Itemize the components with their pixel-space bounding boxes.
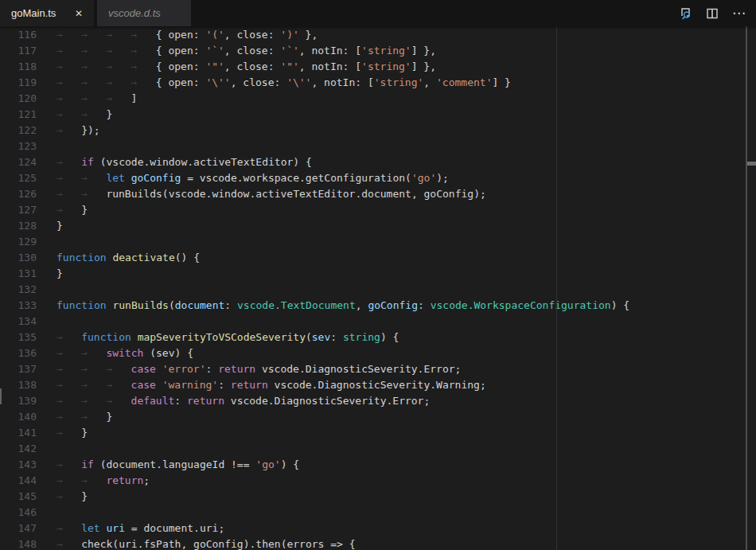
line-number[interactable]: 140 <box>0 409 37 425</box>
code-line[interactable]: 142 <box>0 441 756 457</box>
more-actions-icon[interactable]: ⋯ <box>732 10 746 18</box>
line-number[interactable]: 122 <box>0 123 37 138</box>
line-number[interactable]: 128 <box>0 218 37 234</box>
code-line[interactable]: 146 <box>0 505 756 521</box>
code-line[interactable]: 141→} <box>0 425 756 441</box>
code-line[interactable]: 143→if (document.languageId !== 'go') { <box>0 457 756 473</box>
code-line[interactable]: 138→→→case 'warning': return vscode.Diag… <box>0 377 756 393</box>
line-number[interactable]: 116 <box>0 27 37 43</box>
token-string: '(' <box>205 29 224 41</box>
line-number[interactable]: 135 <box>0 330 37 345</box>
line-number[interactable]: 137 <box>0 361 37 377</box>
token-plain <box>156 363 162 375</box>
code-line[interactable]: 127→} <box>0 202 756 218</box>
code-line[interactable]: 122→}); <box>0 123 756 138</box>
code-line[interactable]: 120→→→] <box>0 91 756 107</box>
line-number[interactable]: 147 <box>0 521 37 536</box>
code-line[interactable]: 124→if (vscode.window.activeTextEditor) … <box>0 154 756 170</box>
line-number[interactable]: 117 <box>0 43 37 59</box>
code-line[interactable]: 133function runBuilds(document: vscode.T… <box>0 298 756 314</box>
code-line[interactable]: 131} <box>0 266 756 282</box>
token-plain: } <box>57 267 63 279</box>
token-plain: , close: <box>224 29 280 41</box>
line-number[interactable]: 139 <box>0 393 37 409</box>
line-number[interactable]: 120 <box>0 91 37 107</box>
code-line[interactable]: 147→let uri = document.uri; <box>0 521 756 536</box>
line-number[interactable]: 142 <box>0 441 37 457</box>
token-plain: , <box>356 299 368 311</box>
token-keyword: if <box>81 458 94 470</box>
line-number[interactable]: 146 <box>0 505 37 521</box>
code-line[interactable]: 121→→} <box>0 107 756 123</box>
whitespace-arrow-icon: → <box>57 186 81 202</box>
overview-ruler-marker[interactable] <box>747 162 756 166</box>
code-line[interactable]: 136→→switch (sev) { <box>0 345 756 361</box>
code-line[interactable]: 118→→→→{ open: '"', close: '"', notIn: [… <box>0 59 756 75</box>
tab-gomain-ts[interactable]: goMain.ts ✕ <box>0 0 94 26</box>
code-line[interactable]: 117→→→→{ open: '`', close: '`', notIn: [… <box>0 43 756 59</box>
whitespace-arrow-icon: → <box>57 123 81 138</box>
code-line[interactable]: 132 <box>0 282 756 298</box>
code-editor[interactable]: 116→→→→{ open: '(', close: ')' },117→→→→… <box>0 26 756 550</box>
code-text: →→→case 'error': return vscode.Diagnosti… <box>57 361 461 377</box>
line-number[interactable]: 145 <box>0 489 37 505</box>
close-icon[interactable]: ✕ <box>72 7 86 20</box>
line-number[interactable]: 141 <box>0 425 37 441</box>
line-number[interactable]: 134 <box>0 314 37 330</box>
code-line[interactable]: 119→→→→{ open: '\'', close: '\'', notIn:… <box>0 75 756 91</box>
code-text: →→} <box>57 107 112 123</box>
code-line[interactable]: 137→→→case 'error': return vscode.Diagno… <box>0 361 756 377</box>
line-number[interactable]: 138 <box>0 377 37 393</box>
line-number[interactable]: 133 <box>0 298 37 314</box>
line-number[interactable]: 126 <box>0 186 37 202</box>
code-text: →→→→{ open: '"', close: '"', notIn: ['st… <box>57 59 436 75</box>
token-variable: sev <box>312 331 330 343</box>
line-number[interactable]: 148 <box>0 536 37 550</box>
line-number[interactable]: 143 <box>0 457 37 473</box>
line-number[interactable]: 129 <box>0 234 37 250</box>
code-line[interactable]: 135→function mapSeverityToVSCodeSeverity… <box>0 330 756 345</box>
split-editor-icon[interactable] <box>705 6 719 21</box>
line-number[interactable]: 121 <box>0 107 37 123</box>
token-plain: ( <box>169 299 175 311</box>
token-plain: , close: <box>224 45 280 57</box>
code-line[interactable]: 130function deactivate() { <box>0 250 756 266</box>
code-line[interactable]: 148→check(uri.fsPath, goConfig).then(err… <box>0 536 756 550</box>
line-number[interactable]: 132 <box>0 282 37 298</box>
whitespace-arrow-icon: → <box>57 154 81 170</box>
open-preview-icon[interactable] <box>678 6 692 21</box>
line-number[interactable]: 124 <box>0 154 37 170</box>
token-plain: ) { <box>281 458 299 470</box>
code-text: →→return; <box>57 473 150 489</box>
token-plain: = document.uri; <box>125 522 224 534</box>
code-line[interactable]: 145→} <box>0 489 756 505</box>
code-line[interactable]: 123 <box>0 138 756 154</box>
line-number[interactable]: 136 <box>0 345 37 361</box>
whitespace-arrow-icon: → <box>57 330 81 345</box>
code-line[interactable]: 140→→} <box>0 409 756 425</box>
code-line[interactable]: 126→→runBuilds(vscode.window.activeTextE… <box>0 186 756 202</box>
tab-vscode-d-ts[interactable]: vscode.d.ts <box>97 0 191 26</box>
line-number[interactable]: 125 <box>0 170 37 186</box>
whitespace-arrow-icon: → <box>106 59 131 75</box>
code-line[interactable]: 144→→return; <box>0 473 756 489</box>
line-number[interactable]: 118 <box>0 59 37 75</box>
line-number[interactable]: 119 <box>0 75 37 91</box>
code-line[interactable]: 139→→→default: return vscode.DiagnosticS… <box>0 393 756 409</box>
token-storage: function <box>57 252 107 263</box>
code-line[interactable]: 129 <box>0 234 756 250</box>
line-number[interactable]: 144 <box>0 473 37 489</box>
line-number[interactable]: 127 <box>0 202 37 218</box>
left-sash-handle[interactable] <box>0 388 2 404</box>
whitespace-arrow-icon: → <box>131 59 156 75</box>
token-plain: ); <box>436 172 449 184</box>
code-line[interactable]: 125→→let goConfig = vscode.workspace.get… <box>0 170 756 186</box>
code-line[interactable]: 128} <box>0 218 756 234</box>
line-number[interactable]: 130 <box>0 250 37 266</box>
line-number[interactable]: 131 <box>0 266 37 282</box>
token-plain: runBuilds(vscode.window.activeTextEditor… <box>106 188 485 200</box>
code-line[interactable]: 116→→→→{ open: '(', close: ')' }, <box>0 27 756 43</box>
whitespace-arrow-icon: → <box>106 393 131 409</box>
code-line[interactable]: 134 <box>0 314 756 330</box>
line-number[interactable]: 123 <box>0 138 37 154</box>
